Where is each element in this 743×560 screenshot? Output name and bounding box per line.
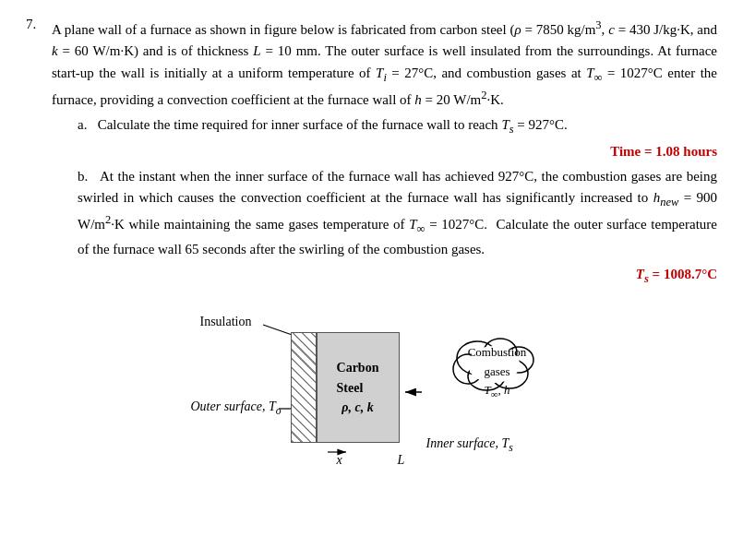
part-a-label: a.: [78, 117, 87, 132]
combustion-label: Combustion gasesT∞, h: [456, 343, 539, 401]
sub-part-b: b. At the instant when the inner surface…: [78, 166, 717, 289]
problem-container: 7. A plane wall of a furnace as shown in…: [26, 17, 717, 475]
rho-ck-label: ρ, c, k: [342, 398, 373, 418]
rho-symbol: ρ: [514, 22, 521, 37]
x-label: x: [337, 450, 342, 471]
problem-header: 7. A plane wall of a furnace as shown in…: [26, 17, 717, 475]
carbon-steel-rect: CarbonSteel ρ, c, k: [317, 332, 400, 443]
insulation-hatch: [291, 332, 317, 443]
problem-text: A plane wall of a furnace as shown in fi…: [52, 17, 717, 475]
l-label: L: [398, 450, 405, 471]
main-paragraph: A plane wall of a furnace as shown in fi…: [52, 17, 717, 111]
inner-surface-label: Inner surface, Ts: [426, 434, 513, 457]
problem-number: 7.: [26, 17, 46, 32]
insulation-label: Insulation: [200, 312, 252, 332]
sub-part-a: a. Calculate the time required for inner…: [78, 114, 717, 162]
figure: Insulation Outer surface, To CarbonSteel…: [191, 304, 579, 471]
part-b-label: b.: [78, 169, 88, 184]
figure-area: Insulation Outer surface, To CarbonSteel…: [52, 304, 717, 475]
answer-b: Ts = 1008.7°C: [78, 264, 717, 288]
carbon-steel-label: CarbonSteel: [337, 358, 379, 398]
outer-surface-label: Outer surface, To: [191, 397, 282, 420]
answer-b-T: Ts = 1008.7°C: [636, 267, 717, 281]
answer-a: Time = 1.08 hours: [78, 141, 717, 162]
